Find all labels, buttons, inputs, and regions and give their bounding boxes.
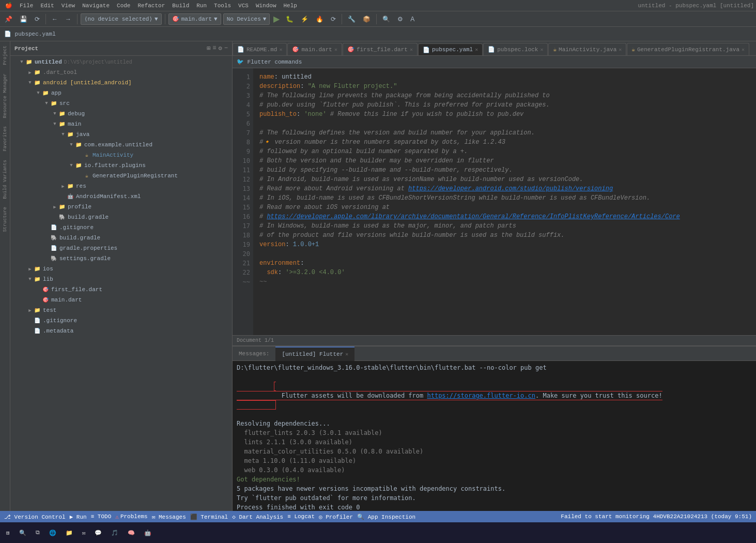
- menu-window[interactable]: Window: [253, 2, 280, 10]
- code-editor[interactable]: name: untitled description: "A new Flutt…: [253, 68, 756, 335]
- tree-item-res[interactable]: ▶ 📁 res: [10, 181, 232, 191]
- status-profiler[interactable]: ◎ Profiler: [319, 514, 353, 520]
- tree-item-metadata[interactable]: 📄 .metadata: [10, 326, 232, 336]
- vtab-structure[interactable]: Structure: [2, 203, 9, 236]
- vtab-resource-manager[interactable]: Resource Manager: [2, 69, 9, 122]
- status-messages[interactable]: ✉ Messages: [152, 514, 186, 520]
- taskbar-search[interactable]: 🔍: [15, 527, 30, 538]
- sidebar-settings-icon[interactable]: ⚙: [219, 44, 222, 52]
- no-devices-selector[interactable]: No Devices ▼: [223, 13, 270, 25]
- tab-pubspec-lock[interactable]: 📄 pubspec.lock ✕: [483, 43, 548, 55]
- toolbar-icon-1[interactable]: 📌: [2, 14, 15, 24]
- vtab-favorites[interactable]: Favorites: [2, 122, 9, 156]
- tab-main-activity-close[interactable]: ✕: [619, 47, 622, 53]
- menu-build[interactable]: Build: [169, 2, 192, 10]
- status-version-control[interactable]: ⎇ Version Control: [4, 514, 66, 520]
- status-todo[interactable]: ≡ TODO: [91, 514, 112, 520]
- tree-item-main-activity[interactable]: ☕ MainActivity: [10, 150, 232, 160]
- menu-refactor[interactable]: Refactor: [134, 2, 168, 10]
- tree-item-app[interactable]: ▼ 📁 app: [10, 88, 232, 98]
- menu-apple[interactable]: 🍎: [2, 1, 16, 10]
- toolbar-back[interactable]: ←: [49, 14, 60, 24]
- taskbar-app1[interactable]: 💬: [90, 527, 106, 538]
- status-dart-analysis[interactable]: ◇ Dart Analysis: [232, 514, 283, 520]
- tree-item-java[interactable]: ▼ 📁 java: [10, 129, 232, 140]
- tree-item-main-dart[interactable]: 🎯 main.dart: [10, 295, 232, 305]
- tree-item-src[interactable]: ▼ 📁 src: [10, 98, 232, 109]
- tree-item-gitignore-android[interactable]: 📄 .gitignore: [10, 222, 232, 233]
- sidebar-collapse-icon[interactable]: ≡: [212, 44, 216, 52]
- tree-item-com-example[interactable]: ▼ 📁 com.example.untitled: [10, 140, 232, 150]
- status-logcat[interactable]: ≡ Logcat: [287, 514, 315, 520]
- tab-main-dart-close[interactable]: ✕: [334, 47, 337, 53]
- tree-item-main[interactable]: ▼ 📁 main: [10, 119, 232, 129]
- hot-restart-button[interactable]: ⟳: [328, 14, 338, 24]
- tab-main-dart[interactable]: 🎯 main.dart ✕: [287, 43, 342, 55]
- tab-readme-close[interactable]: ✕: [279, 47, 282, 53]
- sidebar-expand-icon[interactable]: ⊞: [207, 44, 210, 52]
- tree-item-dart-tool[interactable]: ▶ 📁 .dart_tool: [10, 67, 232, 78]
- menu-vcs[interactable]: VCS: [235, 2, 252, 10]
- run-config-selector[interactable]: 🎯 main.dart ▼: [168, 13, 221, 25]
- status-app-inspection[interactable]: 🔍 App Inspection: [357, 514, 415, 520]
- taskbar-edge[interactable]: 🌐: [45, 527, 60, 538]
- menu-view[interactable]: View: [58, 2, 78, 10]
- tree-item-first-file[interactable]: 🎯 first_file.dart: [10, 284, 232, 295]
- tab-generated-plugin-close[interactable]: ✕: [742, 47, 745, 53]
- toolbar-forward[interactable]: →: [63, 14, 74, 24]
- tab-main-activity[interactable]: ☕ MainActivity.java ✕: [548, 43, 626, 55]
- taskbar-app2[interactable]: 🎵: [107, 527, 122, 538]
- tree-item-android[interactable]: ▼ 📁 android [untitled_android]: [10, 78, 232, 88]
- tab-readme[interactable]: 📄 README.md ✕: [233, 43, 287, 55]
- sidebar-close-icon[interactable]: −: [224, 44, 228, 52]
- profile-button[interactable]: ⚡: [298, 14, 311, 24]
- menu-edit[interactable]: Edit: [37, 2, 57, 10]
- tree-item-gradle-properties[interactable]: 📄 gradle.properties: [10, 243, 232, 253]
- debug-button[interactable]: 🐛: [283, 14, 296, 24]
- tree-item-settings-gradle[interactable]: 🐘 settings.gradle: [10, 253, 232, 264]
- tree-item-profile[interactable]: ▶ 📁 profile: [10, 202, 232, 212]
- search-button[interactable]: 🔍: [380, 14, 393, 24]
- bottom-tab-flutter[interactable]: [untitled] Flutter ✕: [275, 346, 354, 361]
- toolbar-save[interactable]: 💾: [17, 14, 30, 24]
- menu-tools[interactable]: Tools: [211, 2, 234, 10]
- taskbar-task-view[interactable]: ⧉: [32, 527, 44, 538]
- tree-item-lib[interactable]: ▼ 📁 lib: [10, 274, 232, 284]
- tab-pubspec-lock-close[interactable]: ✕: [540, 47, 543, 53]
- tab-generated-plugin[interactable]: ☕ GeneratedPluginRegistrant.java ✕: [627, 43, 749, 55]
- translate-button[interactable]: A: [408, 14, 417, 24]
- tree-item-generated-plugin[interactable]: ☕ GeneratedPluginRegistrant: [10, 171, 232, 181]
- tab-first-file[interactable]: 🎯 first_file.dart ✕: [343, 43, 418, 55]
- device-selector[interactable]: ⟨no device selected⟩ ▼: [81, 13, 162, 25]
- flutter-btn-1[interactable]: 🔧: [345, 14, 358, 24]
- editor-content[interactable]: 12345 678910 1112131415 1617181920 2122~…: [233, 68, 756, 335]
- status-run[interactable]: ▶ Run: [70, 514, 87, 520]
- menu-code[interactable]: Code: [114, 2, 133, 10]
- taskbar-mail[interactable]: ✉: [78, 527, 90, 538]
- taskbar-android-studio[interactable]: 🤖: [140, 527, 156, 538]
- tab-first-file-close[interactable]: ✕: [410, 47, 413, 53]
- tree-item-io-flutter[interactable]: ▼ 📁 io.flutter.plugins: [10, 160, 232, 171]
- hot-reload-button[interactable]: 🔥: [313, 14, 326, 24]
- warning-link[interactable]: https://storage.flutter-io.cn: [427, 392, 535, 399]
- taskbar-explorer[interactable]: 📁: [61, 527, 77, 538]
- flutter-tab-close[interactable]: ✕: [345, 351, 348, 357]
- taskbar-intellij[interactable]: 🧠: [124, 527, 139, 538]
- status-problems[interactable]: ⚠ Problems: [115, 514, 147, 520]
- menu-run[interactable]: Run: [193, 2, 210, 10]
- status-terminal[interactable]: ⬛ Terminal: [190, 514, 228, 520]
- tree-item-ios[interactable]: ▶ 📁 ios: [10, 264, 232, 274]
- vtab-build-variants[interactable]: Build Variants: [2, 156, 9, 203]
- flutter-btn-2[interactable]: 📦: [360, 14, 373, 24]
- menu-help[interactable]: Help: [281, 2, 300, 10]
- tree-item-test[interactable]: ▶ 📁 test: [10, 305, 232, 315]
- tree-item-build-gradle-root[interactable]: 🐘 build.gradle: [10, 233, 232, 243]
- tree-item-build-gradle-app[interactable]: 🐘 build.gradle: [10, 212, 232, 222]
- menu-file[interactable]: File: [17, 2, 36, 10]
- settings-button[interactable]: ⚙: [395, 14, 406, 24]
- tree-item-untitled[interactable]: ▼ 📁 untitled D:\VS\project\untitled: [10, 57, 232, 67]
- run-button[interactable]: ▶: [272, 14, 281, 24]
- taskbar-start[interactable]: ⊞: [2, 527, 14, 538]
- tree-item-android-manifest[interactable]: 🤖 AndroidManifest.xml: [10, 191, 232, 202]
- vtab-project[interactable]: Project: [2, 41, 9, 69]
